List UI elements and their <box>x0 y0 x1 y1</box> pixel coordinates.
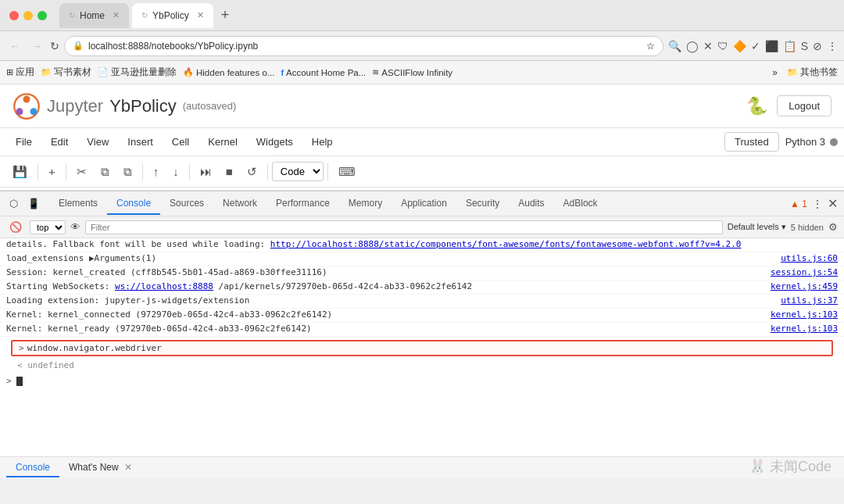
extension4-icon[interactable]: ✓ <box>751 40 760 52</box>
clear-console-button[interactable]: 🚫 <box>6 220 25 234</box>
bottom-tab-whats-new-close[interactable]: ✕ <box>124 462 132 473</box>
bookmark-amazon-label: 亚马逊批量删除 <box>111 66 177 78</box>
console-output-line: < undefined <box>5 359 839 371</box>
extension2-icon[interactable]: 🛡 <box>717 40 728 52</box>
tab-network[interactable]: Network <box>213 193 266 215</box>
console-line-load-ext: load_extensions ▶Arguments(1) utils.js:6… <box>0 252 844 266</box>
output-arrow: < <box>17 360 23 370</box>
tab-application[interactable]: Application <box>392 193 456 215</box>
console-file-load-ext[interactable]: utils.js:60 <box>781 253 838 263</box>
minimize-window-button[interactable] <box>23 11 33 20</box>
cursor-prompt: > <box>6 376 12 386</box>
tab-ybpolicy-close[interactable]: ✕ <box>197 10 204 20</box>
address-text: localhost:8888/notebooks/YbPolicy.ipynb <box>88 41 642 52</box>
console-file-extension[interactable]: utils.js:37 <box>781 295 838 306</box>
tab-sources[interactable]: Sources <box>160 193 213 215</box>
bookmark-hidden-features[interactable]: 🔥 Hidden features o... <box>183 67 274 77</box>
bookmark-apps[interactable]: ⊞ 应用 <box>6 66 34 78</box>
reload-button[interactable]: ↻ <box>50 40 59 52</box>
menu-view[interactable]: View <box>77 131 118 152</box>
bookmarks-more[interactable]: » <box>772 67 778 78</box>
tab-audits[interactable]: Audits <box>509 193 553 215</box>
restart-button[interactable]: ↺ <box>241 161 263 183</box>
bookmark-materials[interactable]: 📁 写书素材 <box>41 66 91 78</box>
console-file-websockets[interactable]: kernel.js:459 <box>771 281 838 291</box>
menu-insert[interactable]: Insert <box>118 131 163 152</box>
tab-elements[interactable]: Elements <box>49 193 107 215</box>
extension1-icon[interactable]: ✕ <box>703 40 713 52</box>
devtools-close-button[interactable]: ✕ <box>828 196 838 211</box>
bookmark-other[interactable]: 📁 其他书签 <box>787 66 838 78</box>
device-mode-button[interactable]: 📱 <box>24 196 43 211</box>
filter-input[interactable] <box>85 220 723 234</box>
menu-edit[interactable]: Edit <box>41 131 77 152</box>
tab-console[interactable]: Console <box>107 193 160 215</box>
tab-security[interactable]: Security <box>456 193 509 215</box>
cell-type-select[interactable]: Code <box>272 162 324 181</box>
bottom-tab-console-label: Console <box>16 462 50 473</box>
extension5-icon[interactable]: ⬛ <box>765 40 778 52</box>
back-button[interactable]: ← <box>6 38 23 54</box>
console-file-ready[interactable]: kernel.js:103 <box>771 323 838 334</box>
copy-button[interactable]: ⧉ <box>95 161 116 183</box>
search-icon[interactable]: 🔍 <box>668 40 681 52</box>
bookmark-amazon[interactable]: 📄 亚马逊批量删除 <box>98 66 177 78</box>
extension6-icon[interactable]: 📋 <box>783 40 796 52</box>
stop-button[interactable]: ■ <box>220 161 239 182</box>
add-cell-button[interactable]: + <box>42 161 62 182</box>
tab-memory[interactable]: Memory <box>339 193 392 215</box>
console-file-session[interactable]: session.js:54 <box>771 267 838 277</box>
bookmark-account[interactable]: f Account Home Pa... <box>281 68 366 77</box>
eye-button[interactable]: 👁 <box>70 221 80 233</box>
move-down-button[interactable]: ↓ <box>166 161 185 182</box>
new-tab-button[interactable]: + <box>216 5 234 25</box>
console-settings-button[interactable]: ⚙ <box>828 221 838 233</box>
devtools-menu-button[interactable]: ⋮ <box>812 198 823 210</box>
move-up-button[interactable]: ↑ <box>147 161 166 182</box>
menu-file[interactable]: File <box>6 131 41 152</box>
bookmark-star-icon[interactable]: ☆ <box>646 41 655 52</box>
inspect-element-button[interactable]: ⬡ <box>6 196 21 211</box>
maximize-window-button[interactable] <box>38 11 47 20</box>
address-bar[interactable]: 🔒 localhost:8888/notebooks/YbPolicy.ipyn… <box>64 36 663 56</box>
notebook-title: YbPolicy <box>109 96 177 116</box>
log-levels-button[interactable]: Default levels ▾ <box>728 222 786 232</box>
run-next-button[interactable]: ⏭ <box>194 161 218 182</box>
jupyter-logo: Jupyter <box>13 92 103 120</box>
console-line-extension: Loading extension: jupyter-js-widgets/ex… <box>0 295 844 309</box>
keyboard-shortcuts-button[interactable]: ⌨ <box>332 161 362 183</box>
cut-button[interactable]: ✂ <box>70 161 93 183</box>
logout-button[interactable]: Logout <box>777 95 831 116</box>
forward-button[interactable]: → <box>28 38 45 54</box>
trusted-button[interactable]: Trusted <box>724 132 779 152</box>
paste-button[interactable]: ⧉ <box>117 161 138 183</box>
bottom-tab-whats-new[interactable]: What's New ✕ <box>59 459 141 477</box>
console-file-connected[interactable]: kernel.js:103 <box>771 309 838 320</box>
tab-adblock[interactable]: AdBlock <box>554 193 607 215</box>
close-window-button[interactable] <box>9 11 19 20</box>
more-icon[interactable]: ⋮ <box>827 40 838 52</box>
account-icon[interactable]: ◯ <box>686 40 699 52</box>
tab-home[interactable]: ↻ Home ✕ <box>59 3 129 28</box>
menu-widgets[interactable]: Widgets <box>247 131 302 152</box>
extension7-icon[interactable]: S <box>801 40 808 52</box>
console-command: window.navigator.webdriver <box>27 343 162 353</box>
tab-performance[interactable]: Performance <box>266 193 339 215</box>
menu-help[interactable]: Help <box>302 131 342 152</box>
bookmark-materials-label: 写书素材 <box>54 66 91 78</box>
tab-ybpolicy[interactable]: ↻ YbPolicy ✕ <box>132 3 213 28</box>
tab-home-close[interactable]: ✕ <box>113 10 120 20</box>
kernel-info: Python 3 <box>785 136 838 148</box>
save-button[interactable]: 💾 <box>6 161 34 183</box>
extension3-icon[interactable]: 🔶 <box>733 40 746 52</box>
websockets-link[interactable]: ws://localhost:8888 <box>115 281 213 291</box>
fallback-link[interactable]: http://localhost:8888/static/components/… <box>270 239 742 249</box>
python-icon: 🐍 <box>746 96 767 116</box>
warning-count: ▲ 1 <box>790 198 807 209</box>
extension8-icon[interactable]: ⊘ <box>813 40 822 52</box>
bottom-tab-console[interactable]: Console <box>6 459 59 477</box>
context-select[interactable]: top <box>30 220 66 234</box>
bookmark-asciiflow[interactable]: ≋ ASCIIFlow Infinity <box>372 67 452 77</box>
menu-cell[interactable]: Cell <box>163 131 198 152</box>
menu-kernel[interactable]: Kernel <box>198 131 247 152</box>
